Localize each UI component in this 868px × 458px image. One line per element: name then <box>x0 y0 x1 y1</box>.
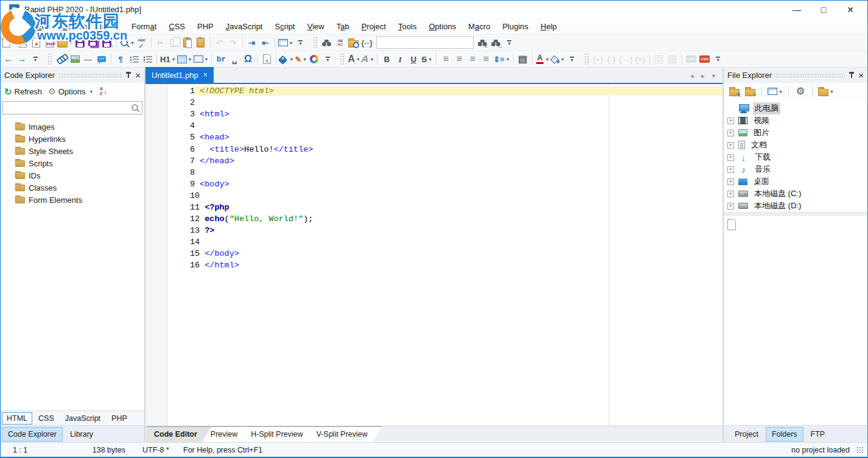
hyperlink-button[interactable] <box>55 52 68 66</box>
horizontal-rule-button[interactable]: — <box>82 52 95 66</box>
tab-scroll-right-icon[interactable]: ► <box>700 73 705 79</box>
nav-overflow-button[interactable]: ▼ <box>29 52 42 66</box>
clipboard-history-button[interactable] <box>194 35 208 50</box>
expand-icon[interactable]: + <box>727 166 734 173</box>
options-button[interactable]: Options <box>58 87 86 96</box>
menu-php[interactable]: PHP <box>191 19 220 33</box>
back-button[interactable]: ← <box>2 52 15 66</box>
find-dialog-button[interactable] <box>320 35 334 50</box>
view-mode-button[interactable]: ▼ <box>767 84 783 99</box>
table-button[interactable]: ▼ <box>177 52 193 66</box>
bullet-list-button[interactable] <box>127 52 141 66</box>
strikethrough-button[interactable]: S▼ <box>420 52 433 66</box>
panel-layout-button[interactable]: ▼ <box>278 35 294 50</box>
panel-tab-project[interactable]: Project <box>729 427 765 442</box>
line-spacing-button[interactable]: ⇕≡▼ <box>492 52 510 66</box>
image-button[interactable] <box>68 52 82 66</box>
line-break-button[interactable]: br <box>214 52 228 66</box>
menu-tab[interactable]: Tab <box>331 19 355 33</box>
tree-item-hyperlinks[interactable]: Hyperlinks <box>1 133 144 145</box>
tab-scroll-left-icon[interactable]: ◄ <box>689 73 695 79</box>
tab-list-icon[interactable]: ▼ <box>711 73 716 79</box>
pin-icon[interactable] <box>125 71 131 79</box>
file-icon[interactable] <box>727 219 736 230</box>
pin-icon[interactable] <box>849 71 855 79</box>
paste-button[interactable] <box>181 35 194 50</box>
regex-search-button[interactable]: {··} <box>360 35 374 50</box>
find-previous-button[interactable]: ← <box>476 35 489 50</box>
document-tab[interactable]: Untitled1.php × <box>145 67 214 83</box>
tree-item-images[interactable]: Images <box>1 121 144 133</box>
menu-plugins[interactable]: Plugins <box>496 19 534 33</box>
find-in-files-button[interactable] <box>347 35 360 50</box>
numbered-list-button[interactable] <box>141 52 154 66</box>
justify-button[interactable]: ≡ <box>479 52 492 66</box>
panel-tab-library[interactable]: Library <box>64 427 99 442</box>
menu-view[interactable]: View <box>301 19 331 33</box>
code-explorer-search-input[interactable] <box>3 104 131 112</box>
menu-edit[interactable]: Edit <box>30 19 56 33</box>
explorer-settings-button[interactable]: ⚙ <box>794 84 807 99</box>
expand-icon[interactable]: + <box>727 154 734 161</box>
underline-button[interactable]: U <box>407 52 420 66</box>
font-color-button[interactable]: A▼ <box>535 52 550 66</box>
outdent-button[interactable]: ⇤ <box>259 35 272 50</box>
panel-tab-ftp[interactable]: FTP <box>805 427 831 442</box>
save-button[interactable] <box>74 35 87 50</box>
search-term-combobox[interactable]: ▼ <box>376 37 474 49</box>
resize-grip[interactable] <box>856 446 864 454</box>
format-painter-button[interactable]: ✎▼ <box>294 52 307 66</box>
italic-button[interactable]: I <box>393 52 407 66</box>
format-overflow-button[interactable]: ▼ <box>565 52 579 66</box>
menu-help[interactable]: Help <box>534 19 563 33</box>
lang-tab-css[interactable]: CSS <box>33 412 59 425</box>
align-center-button[interactable]: ≡ <box>452 52 466 66</box>
forward-button[interactable]: → <box>15 52 29 66</box>
tree-item-style-sheets[interactable]: Style Sheets <box>1 145 144 157</box>
paragraph-button[interactable]: ¶ <box>114 52 127 66</box>
fx-item-computer[interactable]: 此电脑 <box>724 102 867 114</box>
save-to-server-button[interactable]: ↑ <box>100 35 114 50</box>
new-php-document-button[interactable]: PHP <box>43 35 57 50</box>
fx-item-video[interactable]: +视频 <box>724 114 867 127</box>
code-editor[interactable]: 1<!DOCTYPE html>23<html>45<head>6 <title… <box>145 84 723 426</box>
close-panel-icon[interactable]: × <box>135 71 141 80</box>
menu-file[interactable]: File <box>5 19 30 33</box>
expand-icon[interactable]: + <box>727 203 734 210</box>
menu-insert[interactable]: Insert <box>94 19 126 33</box>
paragraph-format-button[interactable]: ▤ <box>516 52 530 66</box>
menu-tools[interactable]: Tools <box>392 19 422 33</box>
standard-overflow-button[interactable]: ▼ <box>294 35 307 50</box>
document-tab-close-icon[interactable]: × <box>203 71 208 79</box>
script-button[interactable]: s <box>260 52 273 66</box>
find-button[interactable]: ▼ <box>119 35 135 50</box>
expand-icon[interactable]: + <box>727 142 734 149</box>
fx-item-diskd[interactable]: +本地磁盘 (D:) <box>724 200 867 212</box>
fx-item-download[interactable]: +↓下载 <box>724 151 867 163</box>
search-overflow-button[interactable]: ▼ <box>503 35 516 50</box>
spell-check-button[interactable]: ABC <box>135 35 149 50</box>
toolbar-grip[interactable] <box>47 53 52 65</box>
menu-macro[interactable]: Macro <box>462 19 496 33</box>
expand-icon[interactable]: + <box>727 118 734 124</box>
new-folder-button[interactable]: + <box>743 84 757 99</box>
fx-item-music[interactable]: +♪音乐 <box>724 163 867 175</box>
menu-options[interactable]: Options <box>422 19 462 33</box>
panel-tab-folders[interactable]: Folders <box>766 427 803 442</box>
parent-folder-button[interactable]: ↰ <box>727 84 741 99</box>
css-validate-button[interactable]: CSS <box>698 52 712 66</box>
new-document-button[interactable]: ▼ <box>2 35 16 50</box>
menu-search[interactable]: Search <box>56 19 93 33</box>
sort-az-button[interactable]: AZ↓ <box>99 86 107 96</box>
close-panel-icon[interactable]: × <box>858 71 864 80</box>
fx-item-desktop[interactable]: +桌面 <box>724 175 867 188</box>
open-file-button[interactable]: ▼ <box>57 35 74 50</box>
tree-item-scripts[interactable]: Scripts <box>1 157 144 169</box>
toolbar-grip[interactable] <box>340 53 344 65</box>
html-overflow-button[interactable]: ▼ <box>321 52 334 66</box>
menu-javascript[interactable]: JavaScript <box>220 19 269 33</box>
highlight-color-button[interactable]: ▼ <box>550 52 565 66</box>
align-left-button[interactable]: ≡ <box>439 52 452 66</box>
view-tab-code-editor[interactable]: Code Editor <box>147 426 212 442</box>
css-overflow-button[interactable]: ▼ <box>712 52 725 66</box>
